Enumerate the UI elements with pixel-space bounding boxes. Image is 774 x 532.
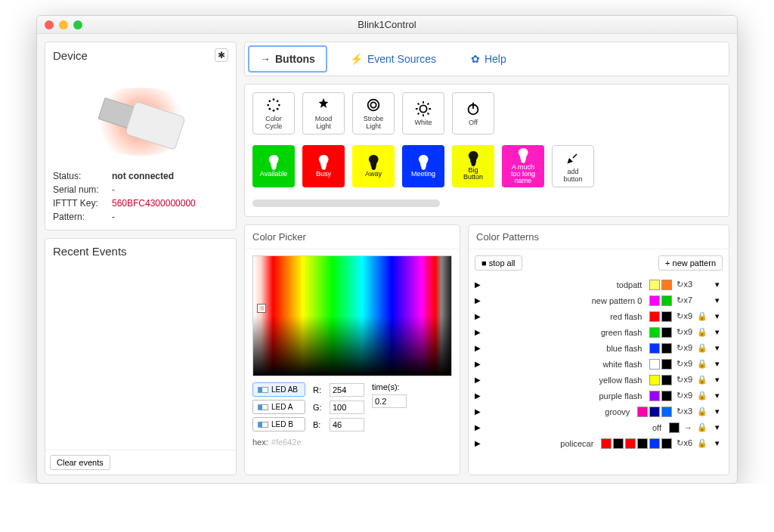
gear-icon[interactable]: ✱ [215,48,228,62]
svg-point-0 [273,98,275,101]
color-spectrum[interactable] [252,255,452,376]
svg-point-1 [277,100,279,102]
pattern-name: yellow flash [485,376,645,385]
pattern-name: red flash [485,312,645,321]
zoom-icon[interactable] [73,20,82,29]
mode-button-power[interactable]: Off [452,92,494,135]
mode-button-white[interactable]: White [402,92,444,135]
swatch [649,359,660,370]
pattern-row: ▶white flash↻x9🔒▾ [475,356,723,372]
swatch [649,375,660,385]
color-button[interactable]: 💡Meeting [402,145,444,187]
color-button-label: Big Button [463,167,483,181]
chevron-down-icon[interactable]: ▾ [712,359,723,369]
rgb-inputs: R: G: B: [313,382,364,431]
chevron-down-icon[interactable]: ▾ [712,375,723,385]
mode-button-label: Off [469,119,478,127]
loop-label: ↻x3 [676,280,692,289]
play-icon[interactable]: ▶ [475,280,481,289]
play-icon[interactable]: ▶ [475,407,481,416]
pattern-name: todpatt [485,280,645,289]
play-icon[interactable]: ▶ [475,296,481,305]
add-button[interactable]: add button [552,145,594,187]
play-icon[interactable]: ▶ [475,391,481,400]
spectrum-knob[interactable] [258,305,265,312]
arrow-right-icon: → [260,53,271,65]
chevron-down-icon[interactable]: ▾ [712,422,723,432]
chevron-down-icon[interactable]: ▾ [712,438,723,448]
recent-events-panel: Recent Events Clear events [45,238,237,475]
color-button-label: A much too long name [511,164,535,184]
swatch [649,407,660,417]
lock-icon: 🔒 [697,311,707,321]
led-select-button[interactable]: LED B [252,417,305,431]
mode-button-strobe[interactable]: Strobe Light [352,92,395,135]
lower-panels: Color Picker LED ABLED ALED B R: G: [244,224,729,475]
right-column: → Buttons ⚡ Event Sources ✿ Help Color C… [244,42,729,475]
hex-input[interactable] [271,438,324,447]
pattern-row: ▶yellow flash↻x9🔒▾ [475,372,723,388]
minimize-icon[interactable] [59,20,68,29]
stop-all-button[interactable]: ■ stop all [475,255,522,271]
close-icon[interactable] [45,20,54,29]
lock-icon: 🔒 [697,343,707,353]
mood-icon [315,97,332,113]
tab-event-sources[interactable]: ⚡ Event Sources [338,45,448,73]
play-icon[interactable]: ▶ [475,344,481,352]
loop-label: ↻x7 [676,295,692,305]
led-select-button[interactable]: LED AB [252,382,305,397]
chevron-down-icon[interactable]: ▾ [712,343,723,353]
color-button[interactable]: 💡Away [352,145,395,187]
tab-buttons[interactable]: → Buttons [248,45,327,73]
color-button[interactable]: 💡Available [252,145,295,187]
play-icon[interactable]: ▶ [475,376,481,384]
play-icon[interactable]: ▶ [475,439,481,447]
events-list [45,264,236,450]
play-icon[interactable]: ▶ [475,360,481,368]
mode-button-mood[interactable]: Mood Light [302,92,345,135]
chevron-down-icon[interactable]: ▾ [712,407,723,416]
play-icon[interactable]: ▶ [475,312,481,320]
loop-label: ↻x9 [676,359,692,369]
swatch [661,359,672,370]
bulb-icon: 💡 [465,152,481,165]
device-row-value: not connected [112,171,228,181]
led-button-label: LED A [271,403,293,411]
led-select-button[interactable]: LED A [252,400,305,414]
g-input[interactable] [330,401,364,414]
chevron-down-icon[interactable]: ▾ [712,295,723,305]
tabs-panel: → Buttons ⚡ Event Sources ✿ Help [244,42,729,76]
color-button[interactable]: 💡A much too long name [502,145,544,187]
time-input[interactable] [372,394,407,408]
pattern-swatches [649,311,672,322]
swatch [637,438,648,449]
pattern-swatches [649,375,672,385]
r-input[interactable] [330,383,364,397]
new-pattern-button[interactable]: + new pattern [658,255,723,271]
mode-button-cycle[interactable]: Color Cycle [252,92,295,135]
bulb-icon: 💡 [365,156,382,169]
chevron-down-icon[interactable]: ▾ [712,311,723,321]
color-button-label: Available [260,171,287,178]
chevron-down-icon[interactable]: ▾ [712,280,723,289]
b-input[interactable] [330,418,364,431]
lock-icon: 🔒 [697,327,707,337]
swatch [669,422,680,433]
chevron-down-icon[interactable]: ▾ [712,327,723,337]
play-icon[interactable]: ▶ [475,423,481,431]
swatch [661,343,672,354]
tab-help[interactable]: ✿ Help [459,45,519,73]
play-icon[interactable]: ▶ [475,328,481,336]
mode-button-label: Mood Light [315,116,333,131]
swatch [661,438,672,449]
device-row-value: - [112,184,228,195]
color-button[interactable]: 💡Busy [302,145,345,187]
swatch [649,327,660,338]
horizontal-scrollbar[interactable] [252,200,440,207]
chevron-down-icon[interactable]: ▾ [712,391,723,401]
color-button[interactable]: 💡Big Button [452,145,494,187]
pattern-row: ▶policecar↻x6🔒▾ [475,435,723,451]
bulb-icon: 💡 [265,156,282,169]
pattern-name: green flash [485,328,645,337]
clear-events-button[interactable]: Clear events [50,455,110,470]
